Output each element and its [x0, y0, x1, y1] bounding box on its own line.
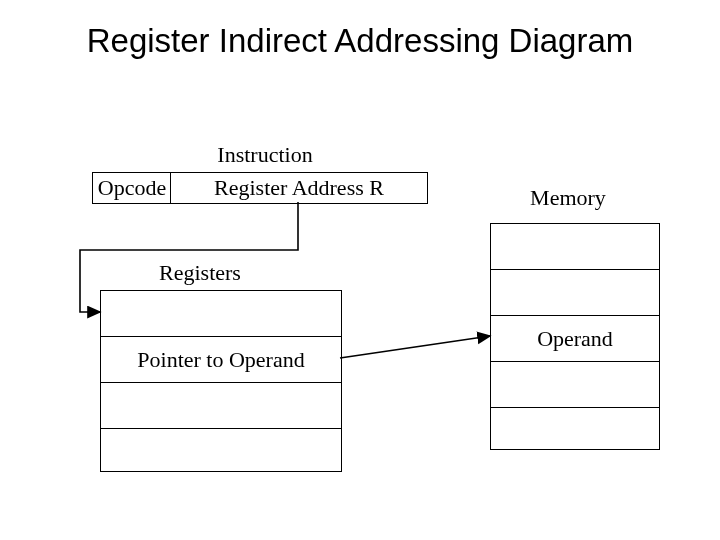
- registers-table: Pointer to Operand: [100, 290, 342, 472]
- memory-row: [491, 224, 659, 270]
- register-row: [101, 383, 341, 429]
- registers-label: Registers: [145, 262, 255, 284]
- memory-row: [491, 270, 659, 316]
- memory-table: Operand: [490, 223, 660, 450]
- diagram-stage: Register Indirect Addressing Diagram Ins…: [0, 0, 720, 540]
- register-address-cell: Register Address R: [170, 172, 428, 204]
- memory-label: Memory: [518, 187, 618, 209]
- register-row: [101, 291, 341, 337]
- memory-row-operand: Operand: [491, 316, 659, 362]
- memory-row: [491, 408, 659, 453]
- memory-row: [491, 362, 659, 408]
- page-title: Register Indirect Addressing Diagram: [0, 22, 720, 60]
- instruction-label: Instruction: [205, 144, 325, 166]
- opcode-cell: Opcode: [92, 172, 172, 204]
- register-row-pointer: Pointer to Operand: [101, 337, 341, 383]
- register-row: [101, 429, 341, 474]
- arrow-pointer-to-memory: [340, 336, 490, 358]
